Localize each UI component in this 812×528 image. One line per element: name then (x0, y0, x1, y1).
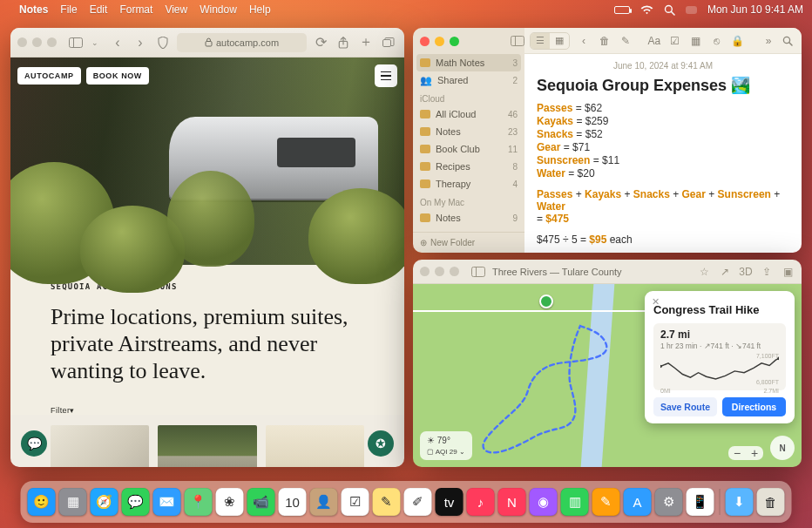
brand-pill[interactable]: AUTOCAMP (17, 67, 81, 85)
shield-icon[interactable] (154, 34, 172, 51)
dock-downloads-icon[interactable]: ⬇︎ (726, 488, 754, 516)
sidebar-toggle-icon[interactable] (67, 34, 85, 51)
dock-photos-icon[interactable]: ❀ (216, 488, 244, 516)
sidebar-item-notes[interactable]: Notes23 (413, 123, 524, 140)
dock-settings-icon[interactable]: ⚙︎ (655, 488, 683, 516)
menu-format[interactable]: Format (119, 3, 152, 16)
table-icon[interactable]: ▦ (689, 35, 703, 47)
compass-icon[interactable]: N (770, 436, 795, 460)
chevron-down-icon[interactable]: ⌄ (86, 34, 104, 51)
grid-view-icon[interactable]: ▦ (550, 33, 569, 49)
map-canvas[interactable]: ☀︎ 79° ▢ AQI 29 ⌄ −+ N ✕ Congress Trail … (413, 284, 802, 467)
sidebar-item-math-notes[interactable]: Math Notes3 (416, 54, 521, 71)
back-icon[interactable]: ‹ (109, 34, 126, 51)
sidebar-toggle-icon[interactable] (511, 36, 524, 46)
tab-overview-icon[interactable] (380, 34, 397, 51)
window-controls[interactable] (17, 37, 57, 47)
thumbnail[interactable] (158, 425, 256, 467)
battery-icon[interactable] (614, 6, 630, 14)
dock-finder-icon[interactable]: 🙂 (28, 488, 56, 516)
back-icon[interactable]: ‹ (577, 35, 591, 47)
dock-contacts-icon[interactable]: 👤 (310, 488, 338, 516)
menu-edit[interactable]: Edit (90, 3, 108, 16)
lock-icon[interactable]: 🔒 (731, 35, 745, 47)
trailhead-pin-icon[interactable] (539, 294, 553, 308)
note-editor[interactable]: June 10, 2024 at 9:41 AM Sequoia Group E… (524, 54, 802, 253)
dock-iphone-icon[interactable]: 📱 (687, 488, 714, 516)
sidebar-item-recipes[interactable]: Recipes8 (413, 158, 524, 175)
dock-launchpad-icon[interactable]: ▦ (59, 488, 87, 516)
save-route-button[interactable]: Save Route (653, 397, 717, 416)
new-folder-button[interactable]: ⊕New Folder (413, 232, 524, 253)
reload-icon[interactable]: ⟳ (312, 34, 329, 51)
dock-numbers-icon[interactable]: ▥ (561, 488, 589, 516)
dock-appstore-icon[interactable]: A (624, 488, 652, 516)
window-controls[interactable] (420, 267, 459, 276)
sidebar-item-therapy[interactable]: Therapy4 (413, 175, 524, 193)
sidebar-item-shared[interactable]: 👥Shared2 (413, 71, 524, 89)
share-icon[interactable] (335, 34, 352, 51)
sidebar-item-all-icloud[interactable]: All iCloud46 (413, 105, 524, 123)
sidebar-item-book-club[interactable]: Book Club11 (413, 140, 524, 158)
share-icon[interactable]: ⇪ (760, 266, 774, 278)
format-icon[interactable]: Aa (647, 35, 661, 47)
thumbnail[interactable] (51, 425, 149, 467)
dock-freeform-icon[interactable]: ✐ (404, 488, 432, 516)
dock-messages-icon[interactable]: 💬 (122, 488, 150, 516)
menu-view[interactable]: View (165, 3, 187, 16)
menu-file[interactable]: File (60, 3, 77, 16)
3d-icon[interactable]: 3D (739, 266, 753, 278)
thumbnail[interactable] (266, 425, 364, 467)
menu-window[interactable]: Window (200, 3, 237, 16)
dock-maps-icon[interactable]: 📍 (185, 488, 213, 516)
dock-mail-icon[interactable]: ✉️ (153, 488, 181, 516)
compose-icon[interactable]: ✎ (619, 35, 633, 47)
hamburger-menu-button[interactable] (375, 64, 397, 87)
dock-safari-icon[interactable]: 🧭 (91, 488, 118, 516)
new-tab-icon[interactable]: ＋ (357, 34, 375, 51)
dock-pages-icon[interactable]: ✎ (592, 488, 620, 516)
directions-button[interactable]: Directions (722, 397, 786, 416)
filter-button[interactable]: Filter▾ (51, 406, 364, 415)
zoom-out-icon[interactable]: − (728, 446, 746, 460)
dock-notes-icon[interactable]: ✎ (373, 488, 401, 516)
route-icon[interactable]: ↗ (718, 266, 732, 278)
search-icon[interactable] (782, 36, 796, 46)
media-icon[interactable]: ⎋ (710, 35, 724, 47)
more-icon[interactable]: » (761, 35, 775, 47)
forward-icon[interactable]: › (132, 34, 149, 51)
wifi-icon[interactable] (640, 5, 653, 15)
book-now-button[interactable]: BOOK NOW (86, 67, 149, 85)
checklist-icon[interactable]: ☑︎ (668, 35, 682, 47)
sidebar-item-local-notes[interactable]: Notes9 (413, 209, 524, 227)
list-view-icon[interactable]: ☰ (531, 33, 550, 49)
trash-icon[interactable]: 🗑 (598, 35, 612, 47)
app-menu[interactable]: Notes (19, 3, 48, 16)
bookmark-icon[interactable]: ☆ (697, 266, 711, 278)
menubar-clock[interactable]: Mon Jun 10 9:41 AM (707, 3, 803, 16)
zoom-control[interactable]: −+ (728, 446, 763, 460)
dock-music-icon[interactable]: ♪ (467, 488, 495, 516)
accessibility-fab-icon[interactable]: ✪ (368, 430, 394, 457)
dock-calendar-icon[interactable]: 10 (279, 488, 307, 516)
sidebar-toggle-icon[interactable] (471, 267, 485, 277)
dock-facetime-icon[interactable]: 📹 (247, 488, 275, 516)
layers-icon[interactable]: ▣ (781, 266, 795, 278)
weather-widget[interactable]: ☀︎ 79° ▢ AQI 29 ⌄ (420, 431, 472, 460)
note-line: Gear = $71 (537, 141, 789, 153)
svg-line-1 (671, 11, 674, 15)
spotlight-icon[interactable] (664, 4, 675, 16)
control-center-icon[interactable] (686, 6, 697, 14)
menu-help[interactable]: Help (249, 3, 271, 16)
dock-tv-icon[interactable]: tv (436, 488, 464, 516)
chat-fab-icon[interactable]: 💬 (21, 430, 47, 457)
window-controls[interactable] (420, 37, 459, 46)
dock-news-icon[interactable]: N (498, 488, 526, 516)
dock-reminders-icon[interactable]: ☑︎ (342, 488, 369, 516)
address-bar[interactable]: autocamp.com (177, 33, 307, 52)
dock-trash-icon[interactable]: 🗑 (757, 488, 785, 516)
zoom-in-icon[interactable]: + (746, 446, 763, 460)
dock-podcasts-icon[interactable]: ◉ (530, 488, 558, 516)
close-icon[interactable]: ✕ (652, 296, 660, 308)
view-mode-segmented[interactable]: ☰▦ (530, 32, 570, 50)
